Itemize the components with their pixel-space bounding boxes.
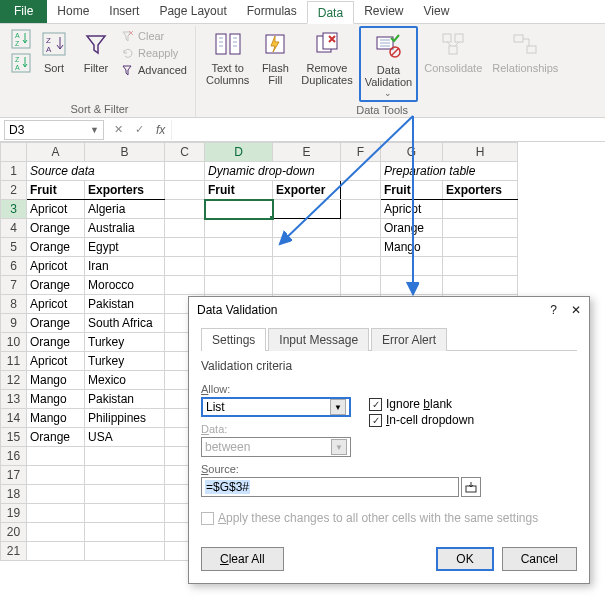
ignore-blank-checkbox[interactable]: ✓Ignore blank xyxy=(369,397,474,411)
cell-C3[interactable] xyxy=(165,200,205,219)
close-button[interactable]: ✕ xyxy=(571,303,581,317)
cell-B15[interactable]: USA xyxy=(85,428,165,447)
cell-C6[interactable] xyxy=(165,257,205,276)
formula-bar[interactable] xyxy=(171,120,605,140)
cell-A10[interactable]: Orange xyxy=(27,333,85,352)
cell-D1[interactable]: Dynamic drop-down xyxy=(205,162,341,181)
row-header-19[interactable]: 19 xyxy=(1,504,27,523)
cell-B20[interactable] xyxy=(85,523,165,542)
cell-A8[interactable]: Apricot xyxy=(27,295,85,314)
cell-H5[interactable] xyxy=(443,238,518,257)
clear-all-button[interactable]: Clear All xyxy=(201,547,284,571)
flash-fill-button[interactable]: Flash Fill xyxy=(255,26,295,88)
cell-E3[interactable] xyxy=(273,200,341,219)
filter-button[interactable]: Filter xyxy=(76,26,116,76)
cell-G2[interactable]: Fruit xyxy=(381,181,443,200)
text-to-columns-button[interactable]: Text to Columns xyxy=(202,26,253,88)
reapply-button[interactable]: Reapply xyxy=(118,45,189,61)
cell-A20[interactable] xyxy=(27,523,85,542)
cell-B2[interactable]: Exporters xyxy=(85,181,165,200)
cell-D4[interactable] xyxy=(205,219,273,238)
dialog-tab-error-alert[interactable]: Error Alert xyxy=(371,328,447,351)
name-box[interactable]: D3 ▼ xyxy=(4,120,104,140)
cell-C5[interactable] xyxy=(165,238,205,257)
tab-home[interactable]: Home xyxy=(47,0,99,23)
cell-A5[interactable]: Orange xyxy=(27,238,85,257)
remove-duplicates-button[interactable]: Remove Duplicates xyxy=(297,26,356,88)
cell-F5[interactable] xyxy=(341,238,381,257)
tab-view[interactable]: View xyxy=(414,0,460,23)
cell-B7[interactable]: Morocco xyxy=(85,276,165,295)
sort-button[interactable]: ZA Sort xyxy=(34,26,74,76)
fx-icon[interactable]: fx xyxy=(150,123,171,137)
cell-G5[interactable]: Mango xyxy=(381,238,443,257)
cell-D5[interactable] xyxy=(205,238,273,257)
cell-A19[interactable] xyxy=(27,504,85,523)
row-header-3[interactable]: 3 xyxy=(1,200,27,219)
cell-G6[interactable] xyxy=(381,257,443,276)
cell-A7[interactable]: Orange xyxy=(27,276,85,295)
cell-G4[interactable]: Orange xyxy=(381,219,443,238)
cell-A6[interactable]: Apricot xyxy=(27,257,85,276)
cell-G1[interactable]: Preparation table xyxy=(381,162,518,181)
cell-F2[interactable] xyxy=(341,181,381,200)
sort-asc-icon[interactable]: AZ xyxy=(10,28,32,50)
cell-B13[interactable]: Pakistan xyxy=(85,390,165,409)
cell-A16[interactable] xyxy=(27,447,85,466)
cell-A11[interactable]: Apricot xyxy=(27,352,85,371)
cell-A12[interactable]: Mango xyxy=(27,371,85,390)
cell-F6[interactable] xyxy=(341,257,381,276)
row-header-8[interactable]: 8 xyxy=(1,295,27,314)
col-header-F[interactable]: F xyxy=(341,143,381,162)
cell-F1[interactable] xyxy=(341,162,381,181)
tab-review[interactable]: Review xyxy=(354,0,413,23)
cell-B10[interactable]: Turkey xyxy=(85,333,165,352)
data-validation-button[interactable]: Data Validation ⌄ xyxy=(359,26,419,102)
cell-A21[interactable] xyxy=(27,542,85,561)
row-header-11[interactable]: 11 xyxy=(1,352,27,371)
tab-formulas[interactable]: Formulas xyxy=(237,0,307,23)
cell-A2[interactable]: Fruit xyxy=(27,181,85,200)
row-header-17[interactable]: 17 xyxy=(1,466,27,485)
cell-E5[interactable] xyxy=(273,238,341,257)
cell-H4[interactable] xyxy=(443,219,518,238)
allow-combo[interactable]: List ▼ xyxy=(201,397,351,417)
cell-B21[interactable] xyxy=(85,542,165,561)
sort-desc-icon[interactable]: ZA xyxy=(10,52,32,74)
cell-A3[interactable]: Apricot xyxy=(27,200,85,219)
cell-H3[interactable] xyxy=(443,200,518,219)
cell-B18[interactable] xyxy=(85,485,165,504)
row-header-5[interactable]: 5 xyxy=(1,238,27,257)
cell-E6[interactable] xyxy=(273,257,341,276)
cell-B16[interactable] xyxy=(85,447,165,466)
row-header-4[interactable]: 4 xyxy=(1,219,27,238)
cell-B4[interactable]: Australia xyxy=(85,219,165,238)
relationships-button[interactable]: Relationships xyxy=(488,26,562,76)
cell-F4[interactable] xyxy=(341,219,381,238)
col-header-D[interactable]: D xyxy=(205,143,273,162)
cell-F7[interactable] xyxy=(341,276,381,295)
cell-H2[interactable]: Exporters xyxy=(443,181,518,200)
tab-page-layout[interactable]: Page Layout xyxy=(149,0,236,23)
cell-H7[interactable] xyxy=(443,276,518,295)
row-header-2[interactable]: 2 xyxy=(1,181,27,200)
row-header-1[interactable]: 1 xyxy=(1,162,27,181)
tab-data[interactable]: Data xyxy=(307,1,354,24)
cell-C1[interactable] xyxy=(165,162,205,181)
cell-B19[interactable] xyxy=(85,504,165,523)
range-picker-button[interactable] xyxy=(461,477,481,497)
cell-B14[interactable]: Philippines xyxy=(85,409,165,428)
cell-B8[interactable]: Pakistan xyxy=(85,295,165,314)
dialog-tab-settings[interactable]: Settings xyxy=(201,328,266,351)
cell-A9[interactable]: Orange xyxy=(27,314,85,333)
row-header-16[interactable]: 16 xyxy=(1,447,27,466)
cell-D2[interactable]: Fruit xyxy=(205,181,273,200)
cell-D7[interactable] xyxy=(205,276,273,295)
cell-E2[interactable]: Exporter xyxy=(273,181,341,200)
cell-A1[interactable]: Source data xyxy=(27,162,165,181)
cancel-button[interactable]: Cancel xyxy=(502,547,577,571)
in-cell-dropdown-checkbox[interactable]: ✓In-cell dropdown xyxy=(369,413,474,427)
cell-B5[interactable]: Egypt xyxy=(85,238,165,257)
cell-B9[interactable]: South Africa xyxy=(85,314,165,333)
cell-E4[interactable] xyxy=(273,219,341,238)
